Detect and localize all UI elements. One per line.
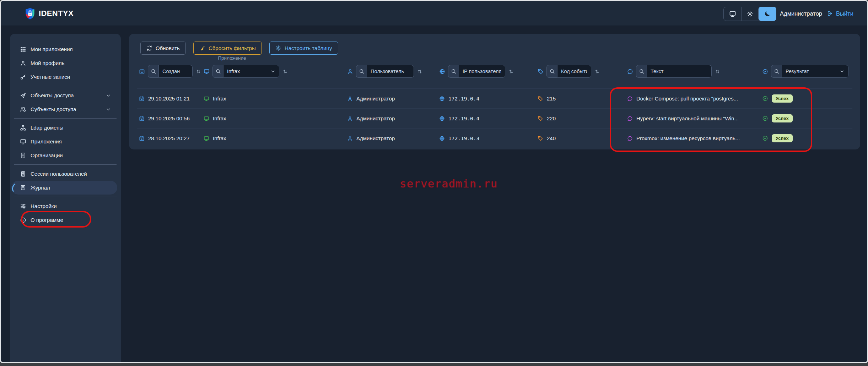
sidebar-divider — [14, 86, 117, 86]
reset-filters-label: Сбросить фильтры — [209, 45, 256, 51]
monitor-icon — [204, 136, 209, 141]
key-icon — [20, 74, 26, 80]
table-row[interactable]: 29.10.2025 00:56 Infrax Администратор 17… — [137, 108, 852, 128]
sidebar-item-ldap-domains[interactable]: Ldap домены — [11, 121, 117, 135]
sort-icon[interactable] — [282, 69, 288, 74]
monitor-icon — [204, 116, 209, 121]
refresh-button[interactable]: Обновить — [140, 42, 186, 55]
search-button[interactable] — [771, 65, 782, 78]
grid-icon — [20, 46, 26, 53]
user-cell: Администратор — [347, 109, 395, 128]
check-circle-icon — [762, 95, 768, 102]
text-cell: Docker Compose: pull проекта "postgres..… — [627, 89, 738, 108]
sidebar-item-about[interactable]: О программе — [11, 213, 117, 227]
code-cell: 240 — [538, 129, 556, 148]
ip-cell: 172.19.0.4 — [439, 89, 479, 108]
sidebar-item-label: Приложения — [31, 138, 62, 144]
result-filter-placeholder: Результат — [786, 69, 809, 74]
settings-button[interactable] — [741, 7, 759, 21]
table-row[interactable]: 29.10.2025 01:21 Infrax Администратор 17… — [137, 88, 852, 108]
search-button[interactable] — [148, 65, 158, 78]
sidebar-item-my-apps[interactable]: Мои приложения — [11, 42, 117, 56]
created-cell: 29.10.2025 00:56 — [139, 109, 190, 128]
sidebar-item-applications[interactable]: Приложения — [11, 135, 117, 148]
search-button[interactable] — [356, 65, 367, 78]
logout-label: Выйти — [836, 10, 853, 17]
sort-icon[interactable] — [594, 69, 600, 74]
sidebar: Мои приложения Мой профиль Учетные запис… — [10, 34, 121, 362]
sidebar-item-my-profile[interactable]: Мой профиль — [11, 56, 117, 70]
current-user-label: Администратор — [780, 1, 822, 26]
app-cell: Infrax — [204, 129, 226, 148]
sidebar-divider — [14, 197, 117, 197]
sort-icon[interactable] — [196, 69, 201, 74]
app-cell: Infrax — [204, 89, 226, 108]
filter-code — [538, 65, 600, 78]
sidebar-item-label: Организации — [31, 152, 63, 158]
user-filter-input[interactable] — [367, 65, 414, 78]
sidebar-item-organizations[interactable]: Организации — [11, 148, 117, 162]
sort-icon[interactable] — [508, 69, 514, 74]
gear-icon — [746, 10, 754, 17]
code-cell: 220 — [538, 109, 556, 128]
configure-table-button[interactable]: Настроить таблицу — [269, 42, 338, 55]
code-cell: 215 — [538, 89, 556, 108]
ip-cell: 172.19.0.4 — [439, 109, 479, 128]
sidebar-item-label: О программе — [31, 217, 63, 223]
sort-icon[interactable] — [715, 69, 720, 74]
configure-table-label: Настроить таблицу — [285, 45, 332, 51]
person-icon — [347, 96, 353, 102]
logout-link[interactable]: Выйти — [827, 1, 853, 26]
sliders-icon — [20, 203, 26, 209]
topbar: IDENTYX Администратор Выйти — [1, 1, 867, 26]
refresh-label: Обновить — [156, 45, 180, 51]
sort-icon[interactable] — [417, 69, 422, 74]
sidebar-item-user-sessions[interactable]: Сессии пользователей — [11, 167, 117, 181]
calendar-icon — [139, 136, 145, 141]
monitor-icon — [729, 10, 736, 17]
sidebar-item-label: Ldap домены — [31, 125, 63, 131]
globe-icon — [439, 96, 445, 102]
reset-filters-button[interactable]: Сбросить фильтры — [193, 42, 262, 55]
search-button[interactable] — [546, 65, 557, 78]
table-row[interactable]: 28.10.2025 20:27 Infrax Администратор 17… — [137, 128, 852, 148]
calendar-icon — [139, 96, 145, 102]
check-circle-icon — [762, 135, 768, 141]
sidebar-item-label: Сессии пользователей — [31, 171, 87, 177]
sidebar-item-access-objects[interactable]: Объекты доступа — [11, 88, 117, 102]
sidebar-item-label: Настройки — [31, 203, 57, 209]
sidebar-item-settings[interactable]: Настройки — [11, 199, 117, 213]
user-cell: Администратор — [347, 129, 395, 148]
book-icon — [20, 185, 26, 191]
result-filter-select[interactable]: Результат — [782, 65, 848, 78]
app-cell: Infrax — [204, 109, 226, 128]
monitor-icon — [20, 138, 26, 145]
app-window: IDENTYX Администратор Выйти Мои приложен… — [0, 0, 868, 363]
dark-mode-button[interactable] — [758, 7, 776, 21]
check-circle-icon — [762, 69, 768, 75]
created-filter-input[interactable] — [158, 65, 193, 78]
search-button[interactable] — [212, 65, 223, 78]
search-button[interactable] — [636, 65, 647, 78]
id-badge-icon — [20, 171, 26, 177]
sitemap-icon — [20, 125, 26, 131]
code-filter-input[interactable] — [557, 65, 591, 78]
watermark: serveradmin.ru — [400, 177, 497, 190]
chevron-down-icon — [270, 69, 275, 74]
sidebar-item-accounts[interactable]: Учетные записи — [11, 70, 117, 84]
result-cell: Успех — [762, 89, 793, 108]
sidebar-item-access-subjects[interactable]: Субъекты доступа — [11, 102, 117, 116]
display-mode-button[interactable] — [724, 7, 741, 21]
filter-result: Результат — [762, 65, 848, 78]
ip-filter-input[interactable] — [459, 65, 505, 78]
search-icon — [215, 69, 221, 74]
tag-icon — [538, 136, 543, 141]
sidebar-item-journal[interactable]: Журнал — [11, 181, 117, 195]
created-cell: 28.10.2025 20:27 — [139, 129, 190, 148]
app-filter-select[interactable]: Infrax — [223, 65, 279, 78]
status-badge: Успех — [772, 134, 793, 142]
search-button[interactable] — [448, 65, 459, 78]
journal-panel: Обновить Сбросить фильтры Настроить табл… — [129, 34, 860, 149]
sidebar-divider — [14, 164, 117, 165]
text-filter-input[interactable] — [647, 65, 712, 78]
